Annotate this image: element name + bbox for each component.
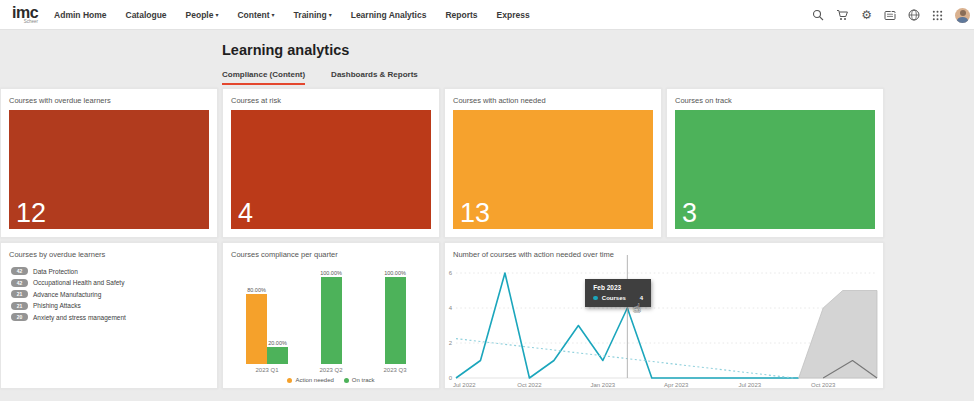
count-badge: 42 xyxy=(11,279,28,287)
legend-on-track: On track xyxy=(344,377,375,383)
list-item[interactable]: 42Occupational Health and Safety xyxy=(11,279,217,287)
nav-item-content[interactable]: Content▾ xyxy=(237,10,274,20)
bar-chart[interactable]: 80.00%20.00%100.00%100.00% xyxy=(235,277,427,364)
series-dot-icon xyxy=(593,296,598,301)
nav-item-express[interactable]: Express xyxy=(497,10,530,20)
svg-text:Apr 2023: Apr 2023 xyxy=(664,382,689,388)
list-item[interactable]: 20Anxiety and stress management xyxy=(11,313,217,321)
tooltip-series: Courses xyxy=(602,295,626,301)
svg-text:Jan 2023: Jan 2023 xyxy=(591,382,616,388)
nav-item-training[interactable]: Training▾ xyxy=(294,10,332,20)
bar-value-label: 80.00% xyxy=(247,287,266,293)
legend-dot-icon xyxy=(287,378,292,383)
bar-on-track: 100.00% xyxy=(384,270,406,364)
compliance-per-quarter-card: Courses compliance per quarter 80.00%20.… xyxy=(222,242,440,389)
search-icon[interactable] xyxy=(812,9,824,21)
tab-bar: Compliance (Content)Dashboards & Reports xyxy=(222,70,418,85)
kpi-value: 12 xyxy=(16,199,46,229)
list-item[interactable]: 21Advance Manufacturing xyxy=(11,290,217,298)
bar-segment[interactable] xyxy=(246,294,267,364)
imc-logo[interactable]: imc Scheer xyxy=(12,5,38,25)
gear-icon[interactable]: ⚙ xyxy=(861,9,872,21)
kpi-value: 13 xyxy=(460,199,490,229)
page-title: Learning analytics xyxy=(222,42,349,58)
nav-icons: ⚙ 99+ xyxy=(812,0,970,30)
svg-text:Jul 2023: Jul 2023 xyxy=(738,382,761,388)
kpi-card-courses-on-track: Courses on track3 xyxy=(666,88,884,238)
bar-group-2023-q1: 80.00%20.00% xyxy=(235,277,299,364)
list-item[interactable]: 21Phishing Attacks xyxy=(11,302,217,310)
kpi-value: 4 xyxy=(238,199,253,229)
forecast-area xyxy=(799,291,877,379)
bar-value-label: 20.00% xyxy=(268,340,287,346)
news-icon[interactable]: 99+ xyxy=(884,10,896,21)
svg-text:0: 0 xyxy=(449,375,453,381)
count-badge: 42 xyxy=(11,267,28,275)
chart-tooltip: Feb 2023 Courses 4 xyxy=(585,279,651,307)
bar-segment[interactable] xyxy=(321,277,342,364)
bar-group-2023-q2: 100.00% xyxy=(299,277,363,364)
bar-group-2023-q3: 100.00% xyxy=(363,277,427,364)
kpi-value: 3 xyxy=(682,199,697,229)
nav-item-reports[interactable]: Reports xyxy=(445,10,477,20)
legend-label: Action needed xyxy=(295,377,333,383)
line-chart[interactable]: 0246Jul 2022Oct 2022Jan 2023Apr 2023Jul … xyxy=(445,243,885,390)
tab-compliance-content[interactable]: Compliance (Content) xyxy=(222,70,305,85)
kpi-title: Courses with overdue learners xyxy=(1,89,217,105)
course-label: Advance Manufacturing xyxy=(33,291,101,298)
nav-item-admin-home[interactable]: Admin Home xyxy=(54,10,106,20)
avatar xyxy=(955,8,970,23)
courses-by-overdue-learners-card: Courses by overdue learners 42Data Prote… xyxy=(0,242,218,389)
legend-label: On track xyxy=(352,377,375,383)
bar-chart-legend: Action neededOn track xyxy=(223,377,439,383)
top-nav: imc Scheer Admin HomeCataloguePeople▾Con… xyxy=(0,0,974,30)
bar-on-track: 20.00% xyxy=(267,340,288,364)
course-label: Anxiety and stress management xyxy=(33,314,126,321)
kpi-tile[interactable]: 4 xyxy=(231,110,431,229)
svg-text:Oct 2022: Oct 2022 xyxy=(517,382,542,388)
charts-row: Courses by overdue learners 42Data Prote… xyxy=(0,242,884,389)
cart-icon[interactable] xyxy=(836,9,849,21)
count-badge: 20 xyxy=(11,313,28,321)
nav-item-learning-analytics[interactable]: Learning Analytics xyxy=(351,10,427,20)
kpi-tile[interactable]: 12 xyxy=(9,110,209,229)
bar-on-track: 100.00% xyxy=(320,270,342,364)
kpi-tile[interactable]: 13 xyxy=(453,110,653,229)
svg-text:Jul 2022: Jul 2022 xyxy=(453,382,476,388)
tab-dashboards-reports[interactable]: Dashboards & Reports xyxy=(331,70,418,85)
card-title: Courses compliance per quarter xyxy=(223,243,439,259)
overdue-course-list: 42Data Protection42Occupational Health a… xyxy=(11,267,217,321)
svg-text:Oct 2023: Oct 2023 xyxy=(811,382,836,388)
svg-text:6: 6 xyxy=(449,270,453,276)
nav-item-catalogue[interactable]: Catalogue xyxy=(126,10,167,20)
apps-grid-icon[interactable] xyxy=(932,10,943,21)
course-label: Phishing Attacks xyxy=(33,302,81,309)
kpi-card-courses-with-action-needed: Courses with action needed13 xyxy=(444,88,662,238)
x-axis-label: 2023 Q3 xyxy=(363,367,427,373)
kpi-tile[interactable]: 3 xyxy=(675,110,875,229)
count-badge: 21 xyxy=(11,290,28,298)
legend-action-needed: Action needed xyxy=(287,377,333,383)
kpi-title: Courses on track xyxy=(667,89,883,105)
course-label: Data Protection xyxy=(33,268,78,275)
globe-icon[interactable] xyxy=(908,9,920,21)
user-avatar[interactable] xyxy=(955,8,970,23)
svg-text:4: 4 xyxy=(449,305,453,311)
nav-item-people[interactable]: People▾ xyxy=(186,10,219,20)
chevron-down-icon: ▾ xyxy=(215,12,218,18)
bar-segment[interactable] xyxy=(385,277,406,364)
count-badge: 21 xyxy=(11,302,28,310)
kpi-card-courses-at-risk: Courses at risk4 xyxy=(222,88,440,238)
course-label: Occupational Health and Safety xyxy=(33,279,124,286)
bar-chart-x-labels: 2023 Q12023 Q22023 Q3 xyxy=(235,367,427,373)
list-item[interactable]: 42Data Protection xyxy=(11,267,217,275)
bar-segment[interactable] xyxy=(267,347,288,364)
kpi-title: Courses at risk xyxy=(223,89,439,105)
mouse-cursor-icon: ☝ xyxy=(633,301,640,315)
svg-text:2: 2 xyxy=(449,340,453,346)
tooltip-date: Feb 2023 xyxy=(593,284,643,291)
x-axis-label: 2023 Q2 xyxy=(299,367,363,373)
chevron-down-icon: ▾ xyxy=(272,12,275,18)
bar-value-label: 100.00% xyxy=(384,270,406,276)
kpi-row: Courses with overdue learners12Courses a… xyxy=(0,88,884,238)
